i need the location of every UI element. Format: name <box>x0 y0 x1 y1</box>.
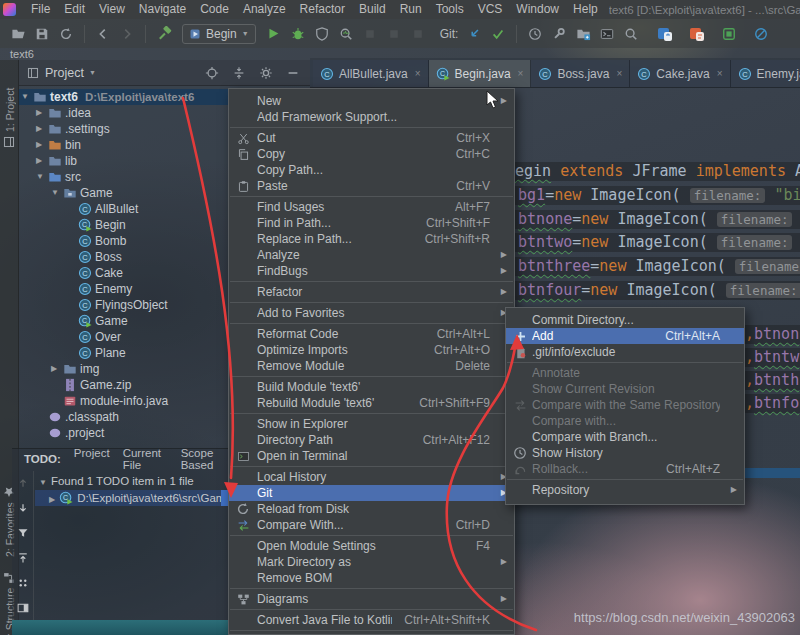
menubar-item-window[interactable]: Window <box>509 0 566 19</box>
menu-item-find-usages[interactable]: Find UsagesAlt+F7 <box>229 199 514 215</box>
menubar-item-tools[interactable]: Tools <box>429 0 471 19</box>
locate-button[interactable] <box>203 64 221 82</box>
code-line[interactable]: n btnone=new ImageIcon( filename: "D <box>497 210 800 229</box>
chevron-expanded-icon[interactable]: ▼ <box>36 169 44 185</box>
menubar-item-run[interactable]: Run <box>393 0 429 19</box>
menu-item-paste[interactable]: PasteCtrl+V <box>229 178 514 194</box>
save-all-button[interactable] <box>30 23 54 45</box>
menu-item-copy-path[interactable]: Copy Path... <box>229 162 514 178</box>
terminal2-button[interactable] <box>595 23 619 45</box>
menubar-item-help[interactable]: Help <box>566 0 605 19</box>
git-menu-item-compare-with-branch[interactable]: Compare with Branch... <box>506 429 744 445</box>
menu-item-find-in-path[interactable]: Find in Path...Ctrl+Shift+F <box>229 215 514 231</box>
menubar-item-refactor[interactable]: Refactor <box>293 0 352 19</box>
hide-panel-button[interactable] <box>284 64 302 82</box>
git-menu-item-annotate[interactable]: Annotate <box>506 365 744 381</box>
git-menu-item-commit-directory[interactable]: Commit Directory... <box>506 312 744 328</box>
chevron-collapsed-icon[interactable]: ▶ <box>36 121 42 137</box>
code-fragment[interactable]: ,btntw <box>742 348 800 367</box>
menubar-item-analyze[interactable]: Analyze <box>236 0 293 19</box>
project-panel-title[interactable]: Project <box>45 66 84 80</box>
breadcrumb[interactable]: text6 <box>10 48 34 60</box>
menu-item-rebuild-module-text6[interactable]: Rebuild Module 'text6'Ctrl+Shift+F9 <box>229 395 514 411</box>
code-line[interactable]: n bg1=new ImageIcon( filename: "bin\ <box>497 186 800 205</box>
git-menu-item-git-info-exclude[interactable]: .git/info/exclude <box>506 344 744 360</box>
menubar-item-edit[interactable]: Edit <box>57 0 92 19</box>
wrench-button[interactable] <box>547 23 571 45</box>
close-tab-icon[interactable]: × <box>518 68 524 79</box>
chevron-collapsed-icon[interactable]: ▶ <box>51 361 57 377</box>
menu-item-findbugs[interactable]: FindBugs▶ <box>229 263 514 279</box>
next-arrow-button[interactable] <box>14 500 32 516</box>
hammer-button[interactable] <box>152 23 176 45</box>
debug-button[interactable] <box>286 23 310 45</box>
menu-item-open-in-terminal[interactable]: Open in Terminal <box>229 448 514 464</box>
code-line[interactable]: n btntwo=new ImageIcon( filename: "D <box>497 233 800 252</box>
code-fragment[interactable]: ,btnon <box>742 325 800 344</box>
menu-item-directory-path[interactable]: Directory PathCtrl+Alt+F12 <box>229 432 514 448</box>
chevron-collapsed-icon[interactable]: ▶ <box>36 153 42 169</box>
menu-item-show-in-explorer[interactable]: Show in Explorer <box>229 416 514 432</box>
editor-tab-begin-java[interactable]: CBegin.java× <box>429 60 532 87</box>
chevron-expanded-icon[interactable]: ▼ <box>21 89 29 105</box>
code-line[interactable]: n btnthree=new ImageIcon( filename: <box>497 257 800 276</box>
chevron-collapsed-icon[interactable]: ▶ <box>49 495 55 504</box>
menu-item-local-history[interactable]: Local History▶ <box>229 469 514 485</box>
menu-item-cut[interactable]: CutCtrl+X <box>229 130 514 146</box>
chevron-expanded-icon[interactable]: ▼ <box>39 478 47 487</box>
menu-item-add-framework-support[interactable]: Add Framework Support... <box>229 109 514 125</box>
open-folder-button[interactable] <box>6 23 30 45</box>
menu-item-compare-with[interactable]: Compare With...Ctrl+D <box>229 517 514 533</box>
menu-item-copy[interactable]: CopyCtrl+C <box>229 146 514 162</box>
menubar-item-vcs[interactable]: VCS <box>471 0 510 19</box>
git-menu-item-show-current-revision[interactable]: Show Current Revision <box>506 381 744 397</box>
git-menu-item-repository[interactable]: Repository▶ <box>506 482 744 498</box>
git-update-button[interactable] <box>462 23 486 45</box>
history-clock-button[interactable] <box>523 23 547 45</box>
menu-item-new[interactable]: New▶ <box>229 93 514 109</box>
code-line[interactable]: n btnfour=new ImageIcon( filename: " <box>497 281 800 300</box>
coverage-button[interactable] <box>310 23 334 45</box>
menu-item-remove-bom[interactable]: Remove BOM <box>229 570 514 586</box>
menu-item-replace-in-path[interactable]: Replace in Path...Ctrl+Shift+R <box>229 231 514 247</box>
preview-pane-button[interactable] <box>14 600 32 616</box>
stop-button[interactable] <box>406 23 430 45</box>
menu-item-open-module-settings[interactable]: Open Module SettingsF4 <box>229 538 514 554</box>
plugin-blue-button[interactable] <box>653 23 677 45</box>
settings-gear-button[interactable] <box>257 64 275 82</box>
filter-funnel-button[interactable] <box>14 525 32 541</box>
close-tab-icon[interactable]: × <box>415 68 421 79</box>
git-menu-item-show-history[interactable]: Show History <box>506 445 744 461</box>
menubar-item-navigate[interactable]: Navigate <box>132 0 193 19</box>
back-button[interactable] <box>91 23 115 45</box>
todo-row[interactable]: ▼Found 1 TODO item in 1 file <box>35 473 232 489</box>
profiler-button[interactable] <box>334 23 358 45</box>
run-configuration-select[interactable]: Begin▼ <box>182 24 256 44</box>
menu-item-diagrams[interactable]: Diagrams▶ <box>229 591 514 607</box>
prev-arrow-button[interactable] <box>14 475 32 491</box>
menu-item-refactor[interactable]: Refactor▶ <box>229 284 514 300</box>
struct-folder-button[interactable] <box>571 23 595 45</box>
close-tab-icon[interactable]: × <box>717 68 723 79</box>
chevron-expanded-icon[interactable]: ▼ <box>51 185 59 201</box>
editor-tab-boss-java[interactable]: CBoss.java× <box>531 60 630 87</box>
close-tab-icon[interactable]: × <box>616 68 622 79</box>
menu-item-mark-directory-as[interactable]: Mark Directory as▶ <box>229 554 514 570</box>
chevron-collapsed-icon[interactable]: ▶ <box>36 105 42 121</box>
menu-item-remove-module[interactable]: Remove ModuleDelete <box>229 358 514 374</box>
menu-item-convert-java-file-to-kotlin-file[interactable]: Convert Java File to Kotlin FileCtrl+Alt… <box>229 612 514 628</box>
menubar-item-file[interactable]: File <box>24 0 57 19</box>
todo-row[interactable]: ▶CD:\Exploit\java\text6\src\Game <box>35 490 232 506</box>
editor-tab-enemy-java[interactable]: CEnemy.java× <box>731 60 800 87</box>
git-menu-item-rollback[interactable]: Rollback...Ctrl+Alt+Z <box>506 461 744 477</box>
search-button[interactable] <box>619 23 643 45</box>
navigation-bar[interactable]: text6 <box>0 48 800 60</box>
menubar-item-build[interactable]: Build <box>352 0 393 19</box>
menubar-item-code[interactable]: Code <box>193 0 236 19</box>
menu-item-reload-from-disk[interactable]: Reload from Disk <box>229 501 514 517</box>
editor-tab-cake-java[interactable]: CCake.java× <box>630 60 730 87</box>
stop-button[interactable] <box>358 23 382 45</box>
git-commit-button[interactable] <box>486 23 510 45</box>
menubar-item-view[interactable]: View <box>92 0 132 19</box>
menu-item-git[interactable]: Git▶ <box>229 485 514 501</box>
